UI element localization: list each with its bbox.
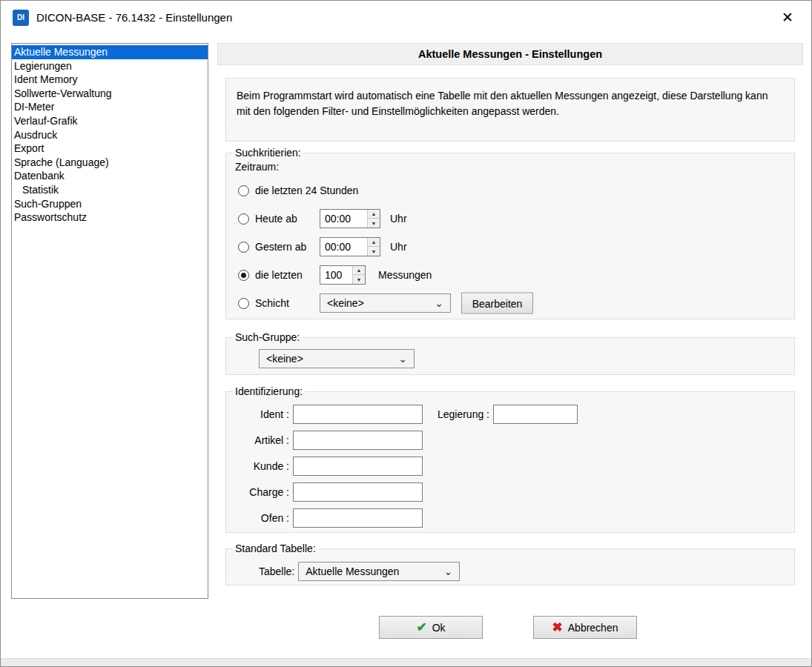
cancel-button-label: Abbrechen: [568, 622, 618, 634]
chevron-down-icon: ⌄: [429, 298, 443, 308]
charge-label: Charge :: [238, 486, 289, 498]
radio-row-gestern-ab: Gestern ab ▲ ▼ Uhr: [226, 233, 794, 261]
sidebar-item-statistik[interactable]: Statistik: [12, 183, 208, 197]
title-bar: DI DICON-BASE - 76.1432 - Einstellungen …: [1, 1, 811, 34]
settings-category-list: Aktuelle Messungen Legierungen Ident Mem…: [11, 43, 208, 599]
tabelle-dropdown[interactable]: Aktuelle Messungen ⌄: [298, 562, 460, 581]
sidebar-item-export[interactable]: Export: [12, 142, 208, 156]
sidebar-item-aktuelle-messungen[interactable]: Aktuelle Messungen: [12, 45, 208, 59]
close-icon[interactable]: ✕: [776, 7, 799, 27]
schicht-dropdown-value: <keine>: [327, 297, 364, 309]
tabelle-dropdown-value: Aktuelle Messungen: [306, 565, 399, 577]
radio-heute-ab[interactable]: Heute ab: [238, 213, 297, 225]
chevron-down-icon: ⌄: [438, 566, 453, 577]
schicht-dropdown[interactable]: <keine> ⌄: [320, 293, 451, 313]
group-such-gruppe-legend: Such-Gruppe:: [232, 331, 303, 343]
radio-schicht[interactable]: Schicht: [238, 297, 289, 309]
spin-down-icon[interactable]: ▼: [368, 219, 380, 228]
messungen-label: Messungen: [378, 269, 432, 281]
chevron-down-icon: ⌄: [392, 354, 407, 364]
heute-time-input[interactable]: [320, 210, 367, 228]
kunde-row: Kunde :: [226, 453, 794, 479]
sidebar-item-legierungen[interactable]: Legierungen: [12, 59, 208, 73]
ident-row: Ident : Legierung :: [226, 401, 794, 427]
radio-circle-icon: [238, 185, 249, 196]
charge-row: Charge :: [226, 479, 794, 505]
ofen-label: Ofen :: [238, 512, 289, 524]
ident-input[interactable]: [293, 405, 423, 424]
radio-gestern-label: Gestern ab: [255, 241, 306, 253]
radio-circle-icon: [238, 242, 249, 253]
spin-up-icon[interactable]: ▲: [353, 266, 365, 275]
kunde-input[interactable]: [293, 457, 423, 476]
charge-input[interactable]: [293, 482, 423, 502]
spin-down-icon[interactable]: ▼: [368, 247, 380, 256]
kunde-label: Kunde :: [238, 460, 289, 472]
intro-text: Beim Programmstart wird automatisch eine…: [225, 78, 795, 142]
group-such-gruppe: Such-Gruppe: <keine> ⌄: [225, 331, 795, 375]
heute-uhr-label: Uhr: [390, 213, 407, 225]
group-suchkriterien: Suchkritierien: Zeitraum: die letzten 24…: [225, 147, 795, 319]
app-icon: DI: [13, 10, 29, 26]
radio-circle-icon: [238, 213, 249, 225]
group-standard-tabelle-legend: Standard Tabelle:: [232, 542, 319, 554]
such-gruppe-dropdown-value: <keine>: [266, 353, 303, 365]
spin-down-icon[interactable]: ▼: [353, 275, 365, 284]
ofen-row: Ofen :: [226, 505, 794, 531]
radio-die-letzten-24-stunden[interactable]: die letzten 24 Stunden: [238, 185, 358, 196]
tabelle-label: Tabelle:: [259, 565, 294, 577]
radio-row-24h: die letzten 24 Stunden: [226, 176, 794, 205]
spin-up-icon[interactable]: ▲: [368, 210, 380, 219]
window-title: DICON-BASE - 76.1432 - Einstellungen: [36, 11, 232, 24]
ok-button-label: Ok: [432, 622, 446, 634]
radio-die-letzten[interactable]: die letzten: [238, 269, 303, 281]
group-standard-tabelle: Standard Tabelle: Tabelle: Aktuelle Mess…: [225, 542, 795, 585]
radio-24h-label: die letzten 24 Stunden: [255, 185, 358, 196]
sidebar-item-di-meter[interactable]: DI-Meter: [12, 100, 208, 114]
gestern-uhr-label: Uhr: [390, 241, 407, 253]
radio-row-die-letzten: die letzten ▲ ▼ Messungen: [226, 261, 794, 289]
such-gruppe-dropdown[interactable]: <keine> ⌄: [259, 349, 415, 368]
sidebar-item-such-gruppen[interactable]: Such-Gruppen: [12, 197, 208, 211]
radio-row-heute-ab: Heute ab ▲ ▼ Uhr: [226, 205, 794, 233]
artikel-label: Artikel :: [238, 434, 289, 446]
gestern-time-spinner: ▲ ▼: [320, 237, 380, 256]
artikel-input[interactable]: [293, 431, 423, 450]
group-suchkriterien-legend: Suchkritierien:: [232, 147, 304, 159]
sidebar-item-verlauf-grafik[interactable]: Verlauf-Grafik: [12, 114, 208, 128]
zeitraum-label: Zeitraum:: [235, 161, 794, 173]
bearbeiten-button[interactable]: Bearbeiten: [461, 293, 533, 314]
radio-gestern-ab[interactable]: Gestern ab: [238, 241, 306, 253]
radio-circle-checked-icon: [238, 270, 249, 281]
sidebar-item-sprache[interactable]: Sprache (Language): [12, 156, 208, 170]
group-identifizierung: Identifizierung: Ident : Legierung : Art…: [225, 385, 795, 533]
check-icon: ✔: [416, 620, 426, 635]
settings-dialog: DI DICON-BASE - 76.1432 - Einstellungen …: [0, 0, 812, 667]
gestern-time-input[interactable]: [320, 238, 367, 256]
legierung-input[interactable]: [493, 405, 578, 424]
radio-letzten-label: die letzten: [255, 269, 303, 281]
window-bottom-edge: [1, 658, 811, 666]
legierung-label: Legierung :: [424, 408, 489, 420]
radio-heute-label: Heute ab: [255, 213, 297, 225]
sidebar-item-ausdruck[interactable]: Ausdruck: [12, 128, 208, 142]
radio-row-schicht: Schicht <keine> ⌄ Bearbeiten: [226, 289, 794, 317]
group-identifizierung-legend: Identifizierung:: [232, 385, 306, 397]
sidebar-item-ident-memory[interactable]: Ident Memory: [12, 73, 208, 87]
cancel-button[interactable]: ✖ Abbrechen: [533, 616, 637, 639]
ok-button[interactable]: ✔ Ok: [379, 616, 483, 639]
artikel-row: Artikel :: [226, 427, 794, 453]
sidebar-item-sollwerte-verwaltung[interactable]: Sollwerte-Verwaltung: [12, 87, 208, 101]
letzten-count-input[interactable]: [320, 266, 352, 284]
ident-label: Ident :: [238, 408, 289, 420]
radio-schicht-label: Schicht: [255, 297, 289, 309]
radio-circle-icon: [238, 298, 249, 309]
ofen-input[interactable]: [293, 508, 423, 528]
sidebar-item-passwortschutz[interactable]: Passwortschutz: [12, 210, 208, 225]
letzten-count-spinner: ▲ ▼: [320, 265, 366, 285]
heute-time-spinner: ▲ ▼: [320, 209, 380, 228]
spin-up-icon[interactable]: ▲: [368, 238, 380, 247]
page-title: Aktuelle Messungen - Einstellungen: [217, 43, 803, 65]
sidebar-item-datenbank[interactable]: Datenbank: [12, 169, 208, 183]
red-x-icon: ✖: [552, 620, 563, 635]
